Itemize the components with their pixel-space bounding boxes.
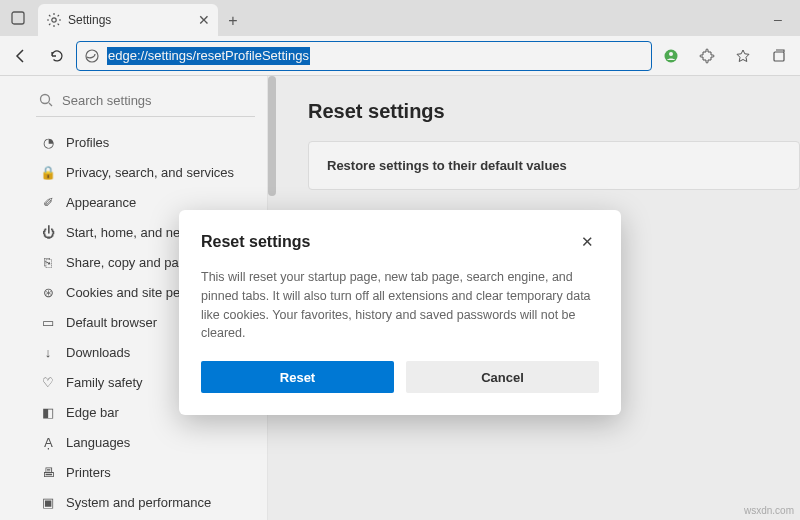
dialog-title: Reset settings bbox=[201, 233, 310, 251]
cancel-button[interactable]: Cancel bbox=[406, 361, 599, 393]
watermark: wsxdn.com bbox=[744, 505, 794, 516]
reset-settings-dialog: Reset settings ✕ This will reset your st… bbox=[179, 210, 621, 415]
dialog-body: This will reset your startup page, new t… bbox=[201, 268, 599, 343]
dialog-close-button[interactable]: ✕ bbox=[575, 230, 599, 254]
dialog-actions: Reset Cancel bbox=[201, 361, 599, 393]
modal-overlay: Reset settings ✕ This will reset your st… bbox=[0, 0, 800, 520]
reset-button[interactable]: Reset bbox=[201, 361, 394, 393]
